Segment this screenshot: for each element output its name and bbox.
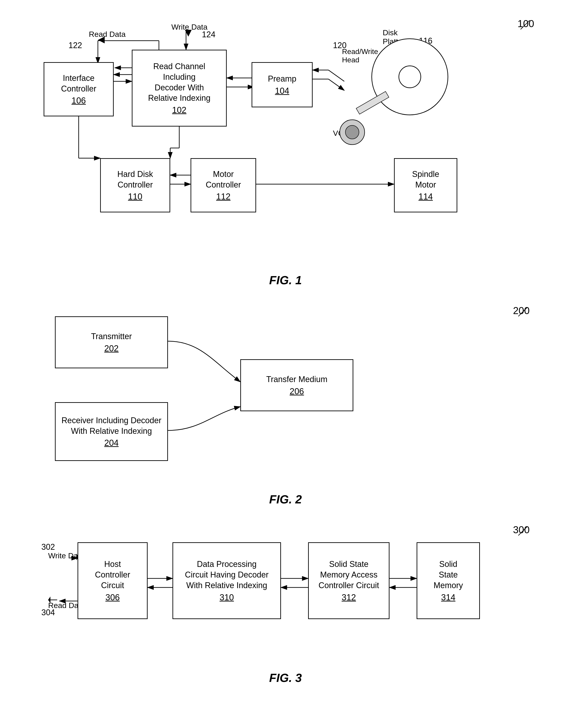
fig1-ref-120: 120 <box>333 41 347 50</box>
svg-line-28 <box>518 307 527 316</box>
spindle-motor-box: SpindleMotor 114 <box>394 158 457 212</box>
motor-controller-box: MotorController 112 <box>191 158 256 212</box>
read-write-head-label: Read/WriteHead <box>342 47 378 64</box>
solid-state-memory-number: 314 <box>441 593 455 602</box>
read-data-arrow <box>98 37 105 43</box>
host-controller-number: 306 <box>105 593 120 602</box>
fig3-corner-arrow <box>507 524 530 537</box>
svg-rect-25 <box>356 92 389 114</box>
svg-line-20 <box>328 79 344 91</box>
host-controller-label: HostControllerCircuit <box>95 559 130 591</box>
transmitter-number: 202 <box>104 344 118 353</box>
fig1-ref-122: 122 <box>69 41 82 50</box>
transmitter-label: Transmitter <box>91 331 132 342</box>
transfer-medium-number: 206 <box>290 387 304 396</box>
data-processing-number: 310 <box>220 593 234 602</box>
svg-marker-27 <box>185 30 192 37</box>
solid-state-memory-access-label: Solid StateMemory AccessController Circu… <box>319 559 379 591</box>
fig3-read-arrow <box>48 596 57 603</box>
data-processing-box: Data ProcessingCircuit Having DecoderWit… <box>173 542 281 619</box>
svg-marker-46 <box>48 596 50 603</box>
read-channel-box: Read ChannelIncludingDecoder WithRelativ… <box>132 50 227 127</box>
read-channel-number: 102 <box>172 105 186 115</box>
svg-line-31 <box>518 527 527 536</box>
data-processing-label: Data ProcessingCircuit Having DecoderWit… <box>185 559 268 591</box>
arm-shape <box>353 81 398 127</box>
figure-3-section: 300 302 Write Data 304 Read Data <box>27 524 544 685</box>
fig3-diagram: 300 302 Write Data 304 Read Data <box>37 524 534 664</box>
svg-point-24 <box>345 125 359 139</box>
figure-1-section: 100 <box>27 18 544 287</box>
solid-state-memory-label: SolidStateMemory <box>434 559 463 591</box>
read-data-label-fig1: Read Data <box>89 30 126 39</box>
svg-line-0 <box>521 20 530 29</box>
motor-controller-number: 112 <box>216 192 230 201</box>
host-controller-box: HostControllerCircuit 306 <box>78 542 148 619</box>
transfer-medium-box: Transfer Medium 206 <box>240 359 353 411</box>
fig2-label: FIG. 2 <box>27 492 544 506</box>
interface-controller-box: InterfaceController 106 <box>44 62 114 116</box>
solid-state-memory-box: SolidStateMemory 314 <box>417 542 480 619</box>
receiver-box: Receiver Including DecoderWith Relative … <box>55 402 168 461</box>
transfer-medium-label: Transfer Medium <box>266 374 328 385</box>
hard-disk-number: 110 <box>128 192 142 201</box>
preamp-box: Preamp 104 <box>252 62 313 107</box>
interface-controller-number: 106 <box>72 96 86 106</box>
svg-marker-26 <box>98 37 105 43</box>
spindle-motor-number: 114 <box>419 192 433 201</box>
preamp-number: 104 <box>275 86 289 96</box>
svg-line-21 <box>328 70 344 81</box>
fig3-ref-302: 302 <box>41 542 55 552</box>
fig2-diagram: 200 Transmitter 202 <box>37 305 534 486</box>
receiver-label: Receiver Including DecoderWith Relative … <box>62 415 161 437</box>
hard-disk-label: Hard DiskController <box>117 169 153 190</box>
page: { "fig1": { "label": "FIG. 1", "corner_r… <box>0 0 571 728</box>
fig1-label: FIG. 1 <box>27 273 544 287</box>
fig1-ref-124: 124 <box>202 30 215 39</box>
spindle-motor-label: SpindleMotor <box>412 169 439 190</box>
transmitter-box: Transmitter 202 <box>55 316 168 368</box>
fig3-label: FIG. 3 <box>27 671 544 685</box>
disk-inner-circle <box>398 65 421 88</box>
interface-controller-label: InterfaceController <box>61 73 96 94</box>
fig1-corner-arrow <box>507 18 534 32</box>
fig2-corner-arrow <box>507 305 530 317</box>
receiver-number: 204 <box>104 438 118 448</box>
motor-controller-label: MotorController <box>206 169 241 190</box>
write-data-arrow <box>185 30 192 37</box>
fig3-write-arrow <box>70 554 79 560</box>
fig1-arrows <box>37 18 534 267</box>
preamp-label: Preamp <box>268 74 296 84</box>
solid-state-memory-access-box: Solid StateMemory AccessController Circu… <box>308 542 389 619</box>
figure-2-section: 200 Transmitter 202 <box>27 305 544 506</box>
read-channel-label: Read ChannelIncludingDecoder WithRelativ… <box>148 61 211 104</box>
fig1-diagram: 100 <box>37 18 534 267</box>
hard-disk-controller-box: Hard DiskController 110 <box>100 158 170 212</box>
solid-state-memory-access-number: 312 <box>342 593 356 602</box>
